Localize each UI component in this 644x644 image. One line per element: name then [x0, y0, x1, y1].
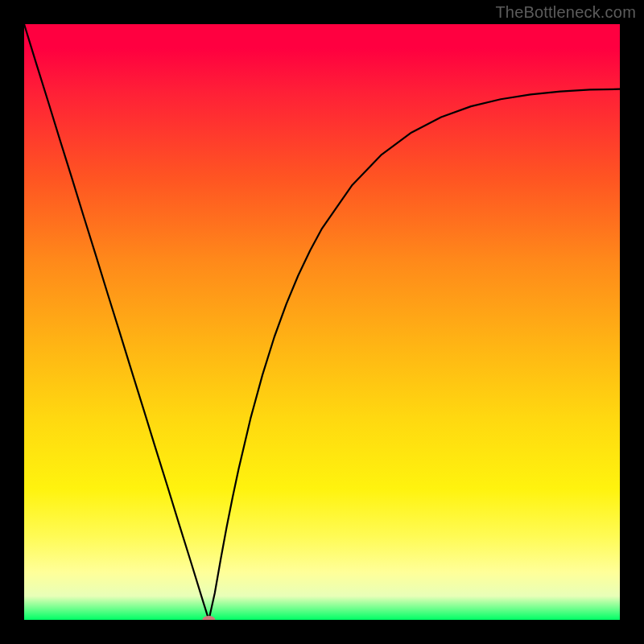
chart-frame: TheBottleneck.com [0, 0, 644, 644]
bottleneck-curve [24, 24, 620, 620]
watermark-text: TheBottleneck.com [495, 3, 636, 22]
minimum-marker [202, 616, 215, 620]
plot-area [24, 24, 620, 620]
curve-layer [24, 24, 620, 620]
